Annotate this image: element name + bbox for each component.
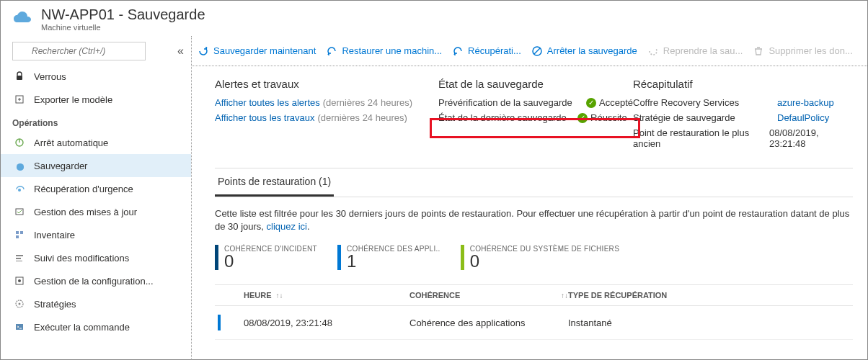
nav-label: Récupération d'urgence (34, 184, 133, 194)
svg-rect-7 (16, 209, 23, 215)
col-coherence[interactable]: COHÉRENCE (409, 291, 460, 300)
nav-verrous[interactable]: Verrous (1, 65, 191, 88)
nav-section-operations: Opérations (1, 111, 191, 131)
nav-label: Inventaire (34, 230, 75, 240)
nav-label: Exporter le modèle (34, 94, 112, 105)
toolbar-label: Restaurer une machin... (342, 45, 442, 56)
undo-icon (452, 45, 464, 57)
nav-exporter-modele[interactable]: Exporter le modèle (1, 88, 191, 111)
toolbar-label: Reprendre la sau... (663, 45, 743, 56)
backup-now-button[interactable]: Sauvegarder maintenant (198, 45, 316, 57)
sort-icon[interactable]: ↑↓ (561, 292, 568, 300)
nav-label: Gestion des mises à jour (34, 207, 137, 217)
toolbar-label: Arrêter la sauvegarde (547, 45, 637, 56)
cell-coherence: Cohérence des applications (409, 318, 568, 328)
lock-icon (12, 71, 27, 81)
page-header: NW-APP01 - Sauvegarde Machine virtuelle (1, 1, 867, 36)
nav-gestion-configuration[interactable]: Gestion de la configuration... (1, 269, 191, 292)
svg-point-15 (18, 279, 21, 282)
updates-icon (12, 207, 27, 217)
svg-rect-2 (17, 76, 22, 80)
recap-heading: Récapitulatif (633, 78, 853, 90)
metric-bar (337, 245, 341, 270)
view-all-jobs-link[interactable]: Afficher tous les travaux (dernières 24 … (215, 112, 438, 123)
nav-recuperation-urgence[interactable]: Récupération d'urgence (1, 177, 191, 200)
nav-label: Stratégies (34, 299, 76, 310)
success-icon: ✓ (586, 98, 596, 108)
collapse-sidebar-icon[interactable]: « (177, 45, 184, 58)
svg-rect-11 (16, 255, 23, 256)
nav-label: Arrêt automatique (34, 138, 108, 148)
nav-label: Verrous (34, 71, 66, 82)
resume-backup-button: Reprendre la sau... (647, 45, 743, 57)
search-input[interactable] (12, 42, 146, 60)
nav-inventaire[interactable]: Inventaire (1, 223, 191, 246)
nav-arret-automatique[interactable]: Arrêt automatique (1, 131, 191, 154)
toolbar-label: Supprimer les don... (769, 45, 852, 56)
config-icon (12, 276, 27, 286)
policy-icon (12, 299, 27, 309)
cell-type: Instantané (568, 318, 853, 328)
nav-label: Sauvegarder (34, 161, 87, 171)
svg-point-17 (19, 303, 21, 305)
row-indicator (218, 315, 221, 330)
nav-executer-commande[interactable]: Exécuter la commande (1, 315, 191, 338)
restore-vm-button[interactable]: Restaurer une machin... (326, 45, 442, 57)
highlight-box (430, 118, 640, 138)
recovery-icon (12, 184, 27, 194)
metric-bar (461, 245, 464, 270)
toolbar: Sauvegarder maintenant Restaurer une mac… (192, 36, 867, 66)
table-row[interactable]: 08/08/2019, 23:21:48 Cohérence des appli… (215, 306, 853, 340)
tracking-icon (12, 253, 27, 263)
recap-vault-link[interactable]: azure-backup (777, 97, 834, 108)
metric-fs-consistent: COHÉRENCE DU SYSTÈME DE FICHIERS0 (461, 245, 619, 270)
page-title: NW-APP01 - Sauvegarde (41, 6, 205, 23)
file-recovery-button[interactable]: Récupérati... (452, 45, 521, 57)
undo-icon (326, 45, 337, 57)
resume-icon (647, 45, 659, 57)
export-icon (12, 94, 27, 104)
col-type[interactable]: TYPE DE RÉCUPÉRATION (568, 291, 667, 300)
nav-suivi-modifications[interactable]: Suivi des modifications (1, 246, 191, 269)
toolbar-label: Sauvegarder maintenant (213, 45, 316, 56)
recap-oldest-row: Point de restauration le plus ancien 08/… (633, 127, 853, 149)
svg-point-6 (18, 189, 21, 192)
page-subtitle: Machine virtuelle (41, 23, 205, 32)
svg-rect-9 (20, 231, 23, 234)
svg-rect-12 (16, 258, 21, 259)
trash-icon (753, 45, 764, 57)
backup-icon (12, 161, 27, 171)
nav-label: Exécuter la commande (34, 322, 130, 333)
refresh-icon (198, 45, 209, 57)
nav-label: Suivi des modifications (34, 253, 129, 264)
col-heure[interactable]: HEURE (244, 291, 272, 300)
svg-line-20 (534, 48, 540, 54)
recap-policy-row: Stratégie de sauvegarde DefaulPolicy (633, 112, 853, 123)
svg-rect-10 (16, 235, 19, 238)
inventory-icon (12, 230, 27, 240)
svg-rect-13 (16, 261, 22, 261)
status-precheck-row: Prévérification de la sauvegarde ✓ Accep… (438, 97, 633, 108)
stop-icon (531, 45, 543, 57)
recap-policy-link[interactable]: DefaulPolicy (777, 112, 829, 123)
sort-icon[interactable]: ↑↓ (276, 292, 283, 300)
nav-label: Gestion de la configuration... (34, 276, 154, 287)
click-here-link[interactable]: cliquez ici (267, 221, 307, 232)
nav-sauvegarder[interactable]: Sauvegarder (1, 154, 191, 177)
tab-restore-points[interactable]: Points de restauration (1) (215, 168, 334, 197)
svg-rect-8 (16, 231, 19, 234)
run-icon (12, 322, 27, 332)
metrics: COHÉRENCE D'INCIDENT0 COHÉRENCE DES APPL… (215, 245, 853, 270)
metric-app-consistent: COHÉRENCE DES APPLI..1 (337, 245, 440, 270)
filter-note: Cette liste est filtrée pour les 30 dern… (215, 207, 853, 233)
sidebar: « Verrous Exporter le modèle Opérations … (1, 36, 192, 360)
nav-gestion-maj[interactable]: Gestion des mises à jour (1, 200, 191, 223)
cloud-icon (12, 10, 32, 28)
view-all-alerts-link[interactable]: Afficher toutes les alertes (dernières 2… (215, 97, 438, 108)
nav-strategies[interactable]: Stratégies (1, 292, 191, 315)
cell-heure: 08/08/2019, 23:21:48 (244, 318, 409, 328)
alerts-heading: Alertes et travaux (215, 78, 438, 90)
power-icon (12, 138, 27, 148)
table-header: HEURE↑↓ COHÉRENCE↑↓ TYPE DE RÉCUPÉRATION (215, 284, 853, 306)
stop-backup-button[interactable]: Arrêter la sauvegarde (531, 45, 637, 57)
